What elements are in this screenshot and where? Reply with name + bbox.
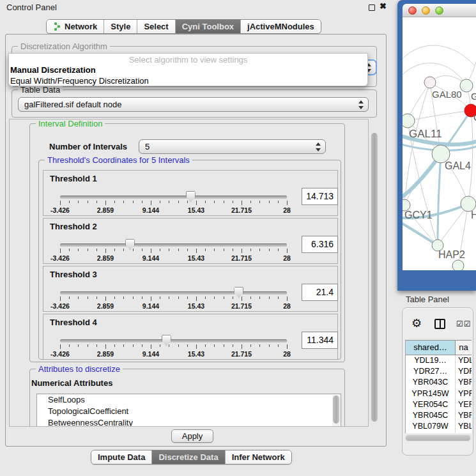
- cell-name[interactable]: YLR3: [456, 432, 472, 433]
- tab-impute-data[interactable]: Impute Data: [91, 450, 152, 464]
- numerical-attributes-list[interactable]: SelfLoopsTopologicalCoefficientBetweenne…: [36, 394, 341, 427]
- number-of-intervals-spinner[interactable]: 5: [139, 139, 326, 154]
- threshold-2-slider[interactable]: -3.4262.8599.14415.4321.71528: [60, 240, 287, 263]
- scrollbar-thumb[interactable]: [406, 435, 470, 441]
- table-data-combobox[interactable]: galFiltered.sif default node: [18, 97, 369, 112]
- column-layout-icon[interactable]: [434, 319, 445, 329]
- node-ga[interactable]: [460, 79, 473, 92]
- scale-label: 9.144: [142, 206, 159, 214]
- threshold-4-slider[interactable]: -3.4262.8599.14415.4321.71528: [60, 336, 287, 359]
- column-header-shared-name[interactable]: shared…: [406, 341, 456, 355]
- tab-network[interactable]: Network: [47, 20, 104, 33]
- numerical-attributes-label: Numerical Attributes: [31, 378, 112, 388]
- tab-discretize-data[interactable]: Discretize Data: [152, 450, 225, 464]
- slider-thumb[interactable]: [162, 335, 171, 346]
- top-tab-bar: Network Style Select Cyni Toolbox jActiv…: [46, 19, 321, 34]
- svg-text:HAP2: HAP2: [438, 249, 465, 260]
- tick-mark: [88, 296, 88, 299]
- threshold-3-slider[interactable]: -3.4262.8599.14415.4321.71528: [60, 288, 287, 311]
- tick-mark: [160, 344, 160, 347]
- settings-vertical-scrollbar[interactable]: [371, 120, 378, 426]
- tick-mark: [105, 201, 106, 205]
- cell-shared-name[interactable]: YER054C: [406, 399, 456, 410]
- slider-track[interactable]: [60, 196, 287, 199]
- zoom-traffic-light-icon[interactable]: [435, 6, 443, 15]
- cell-name[interactable]: YER0: [456, 399, 472, 410]
- tick-mark: [78, 249, 79, 251]
- tick-mark: [196, 344, 197, 349]
- threshold-3-value-field[interactable]: 21.4: [302, 284, 338, 301]
- float-window-icon[interactable]: [369, 4, 375, 11]
- close-traffic-light-icon[interactable]: [408, 6, 417, 15]
- threshold-1-slider[interactable]: -3.4262.8599.14415.4321.71528: [60, 192, 287, 215]
- network-canvas[interactable]: GAL80 GA C GAL11 GAL4 GCY1 H HAP2: [403, 17, 476, 270]
- discretization-algorithm-title: Discretization Algorithm: [18, 42, 110, 51]
- column-header-name[interactable]: na: [456, 341, 472, 355]
- minimize-traffic-light-icon[interactable]: [422, 6, 430, 15]
- cell-name[interactable]: YDR2: [456, 366, 472, 377]
- tick-mark: [224, 344, 224, 347]
- spinner-arrows-icon: [315, 142, 321, 152]
- cell-shared-name[interactable]: YBL079W: [406, 421, 456, 432]
- tick-mark: [169, 296, 169, 299]
- table-horizontal-scrollbar[interactable]: [405, 434, 472, 441]
- cell-name[interactable]: YBR0: [456, 377, 472, 388]
- tick-mark: [151, 201, 151, 205]
- slider-track[interactable]: [60, 291, 287, 295]
- tick-mark: [287, 249, 288, 253]
- tab-select[interactable]: Select: [137, 20, 175, 33]
- cell-shared-name[interactable]: YLR345W: [406, 432, 456, 433]
- attribute-list-item[interactable]: SelfLoops: [37, 394, 341, 406]
- tick-mark: [123, 201, 124, 203]
- table-row[interactable]: YLR345WYLR3: [406, 432, 472, 433]
- cell-shared-name[interactable]: YBR045C: [406, 410, 456, 421]
- node-bottom-partial[interactable]: [452, 260, 464, 270]
- table-row[interactable]: YPR145WYPR1: [406, 388, 472, 399]
- scale-label: 2.859: [97, 206, 114, 214]
- table-row[interactable]: YDL19…YDL1: [406, 355, 472, 366]
- tick-mark: [259, 296, 260, 299]
- cell-shared-name[interactable]: YPR145W: [406, 388, 456, 399]
- tick-mark: [287, 201, 288, 205]
- tick-mark: [160, 201, 160, 203]
- slider-track[interactable]: [60, 243, 287, 247]
- threshold-1-value-field[interactable]: 14.713: [302, 188, 338, 205]
- cell-shared-name[interactable]: YDL19…: [406, 355, 456, 366]
- dropdown-option-equal-width[interactable]: Equal Width/Frequency Discretization: [10, 76, 149, 86]
- panel-title: Control Panel: [6, 3, 57, 12]
- tab-cyni-toolbox[interactable]: Cyni Toolbox: [176, 20, 241, 33]
- cell-name[interactable]: YBL0: [456, 421, 472, 432]
- tick-mark: [133, 201, 134, 203]
- network-icon: [53, 22, 61, 31]
- slider-thumb[interactable]: [125, 239, 135, 250]
- threshold-4-value-field[interactable]: 11.344: [302, 332, 338, 349]
- attribute-list-item[interactable]: BetweennessCentrality: [37, 417, 341, 427]
- cell-name[interactable]: YBR0: [456, 410, 472, 421]
- slider-track[interactable]: [60, 339, 287, 342]
- attribute-list-item[interactable]: TopologicalCoefficient: [37, 406, 341, 417]
- gear-icon[interactable]: ⚙: [411, 318, 422, 329]
- close-icon[interactable]: ✖: [380, 1, 387, 11]
- table-row[interactable]: YBR045CYBR0: [406, 410, 472, 421]
- table-row[interactable]: YER054CYER0: [406, 399, 472, 410]
- cell-shared-name[interactable]: YDR27…: [406, 366, 456, 377]
- node-gal80[interactable]: [424, 77, 436, 88]
- node-gal11[interactable]: [403, 114, 415, 128]
- dropdown-option-manual[interactable]: Manual Discretization: [10, 65, 96, 75]
- attributes-list-scrollbar[interactable]: [332, 395, 340, 427]
- select-columns-checkboxes-icon[interactable]: ☑☑: [456, 319, 472, 328]
- slider-thumb[interactable]: [234, 287, 243, 298]
- table-row[interactable]: YBR043CYBR0: [406, 377, 472, 388]
- tab-infer-network[interactable]: Infer Network: [226, 450, 291, 464]
- apply-button[interactable]: Apply: [171, 429, 213, 443]
- scrollbar-thumb[interactable]: [371, 133, 378, 422]
- tick-mark: [224, 296, 224, 299]
- cell-name[interactable]: YPR1: [456, 388, 472, 399]
- tab-jactivemnodules[interactable]: jActiveMNodules: [241, 20, 321, 33]
- threshold-2-value-field[interactable]: 6.316: [302, 236, 338, 253]
- cell-name[interactable]: YDL1: [456, 355, 472, 366]
- table-row[interactable]: YBL079WYBL0: [406, 421, 472, 432]
- table-row[interactable]: YDR27…YDR2: [406, 366, 472, 377]
- tab-style[interactable]: Style: [104, 20, 137, 33]
- cell-shared-name[interactable]: YBR043C: [406, 377, 456, 388]
